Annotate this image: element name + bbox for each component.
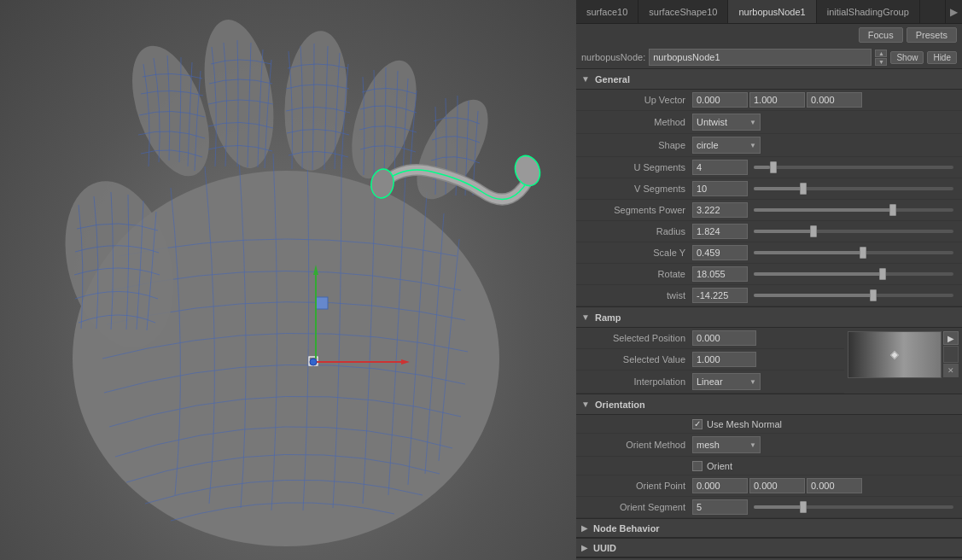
- rotate-input[interactable]: [692, 266, 748, 282]
- uuid-section: ▶ UUID: [576, 538, 962, 557]
- node-label: nurbopusNode:: [581, 52, 645, 62]
- ramp-clear-btn[interactable]: ✕: [943, 364, 959, 377]
- orient-point-z[interactable]: [807, 478, 862, 493]
- interpolation-value: Linear ▼: [692, 373, 839, 390]
- selected-position-row: Selected Position: [576, 328, 844, 349]
- use-mesh-normal-value: ✓ Use Mesh Normal: [692, 419, 957, 429]
- segments-power-value: [692, 202, 957, 218]
- orient-method-dropdown[interactable]: mesh ▼: [692, 436, 761, 453]
- node-prev-arrow[interactable]: ▲: [875, 50, 887, 57]
- interpolation-dropdown[interactable]: Linear ▼: [692, 373, 761, 390]
- tab-bar: surface10 surfaceShape10 nurbopusNode1 i…: [576, 0, 962, 24]
- method-row: Method Untwist ▼: [576, 111, 962, 134]
- focus-button[interactable]: Focus: [859, 27, 903, 43]
- selected-position-value: [692, 330, 839, 346]
- u-segments-row: U Segments: [576, 157, 962, 178]
- ramp-inner: Selected Position Selected Value: [576, 328, 962, 394]
- orient-segment-slider[interactable]: [754, 505, 953, 509]
- radius-slider[interactable]: [754, 230, 953, 233]
- general-section-header[interactable]: ▼ General: [576, 69, 962, 90]
- twist-input[interactable]: [692, 288, 748, 303]
- twist-row: twist: [576, 285, 962, 306]
- svg-point-7: [511, 152, 545, 189]
- tab-surface10[interactable]: surface10: [576, 0, 638, 23]
- up-vector-y[interactable]: [749, 92, 805, 108]
- uuid-header[interactable]: ▶ UUID: [576, 539, 962, 557]
- node-behavior-header[interactable]: ▶ Node Behavior: [576, 519, 962, 538]
- method-dropdown[interactable]: Untwist ▼: [692, 114, 761, 131]
- ramp-section-header[interactable]: ▼ Ramp: [576, 307, 962, 328]
- orient-segment-label: Orient Segment: [581, 502, 692, 512]
- selected-position-input[interactable]: [692, 330, 756, 346]
- up-vector-value: [692, 92, 957, 108]
- use-mesh-normal-row: ✓ Use Mesh Normal: [576, 415, 962, 434]
- scale-y-input[interactable]: [692, 245, 748, 260]
- interpolation-label: Interpolation: [581, 376, 692, 387]
- u-segments-value: [692, 160, 957, 175]
- u-segments-label: U Segments: [581, 162, 692, 172]
- ramp-widget-area: ▶ ✕: [844, 328, 962, 394]
- scale-y-slider[interactable]: [754, 251, 953, 254]
- selected-value-row: Selected Value: [576, 349, 844, 370]
- selected-value-value: [692, 352, 839, 367]
- orient-point-x[interactable]: [692, 478, 748, 493]
- orient-row: Orient: [576, 457, 962, 475]
- orientation-section-title: Orientation: [595, 400, 645, 410]
- node-next-arrow[interactable]: ▼: [875, 58, 887, 66]
- v-segments-slider[interactable]: [754, 187, 953, 190]
- rotate-slider[interactable]: [754, 272, 953, 276]
- show-button[interactable]: Show: [890, 51, 924, 64]
- twist-label: twist: [581, 290, 692, 300]
- up-vector-z[interactable]: [807, 92, 862, 108]
- tab-expand-button[interactable]: ▶: [945, 0, 962, 23]
- tab-initialshadinggroup[interactable]: initialShadingGroup: [817, 0, 920, 23]
- up-vector-x[interactable]: [692, 92, 748, 108]
- top-buttons-row: Focus Presets: [576, 24, 962, 46]
- shape-dropdown[interactable]: circle ▼: [692, 137, 761, 154]
- node-behavior-section: ▶ Node Behavior: [576, 518, 962, 538]
- orient-checkbox[interactable]: [692, 461, 703, 471]
- node-input[interactable]: [649, 49, 872, 66]
- orientation-section: ▼ Orientation ✓ Use Mesh Normal Orient M…: [576, 394, 962, 518]
- orient-segment-input[interactable]: [692, 499, 748, 515]
- v-segments-input[interactable]: [692, 181, 748, 196]
- u-segments-slider[interactable]: [754, 166, 953, 169]
- general-collapse-arrow: ▼: [581, 74, 590, 84]
- ramp-section-title: Ramp: [595, 312, 621, 323]
- 3d-viewport[interactable]: [0, 0, 576, 560]
- orientation-section-header[interactable]: ▼ Orientation: [576, 394, 962, 415]
- u-segments-input[interactable]: [692, 160, 748, 175]
- node-behavior-expand-arrow: ▶: [581, 523, 588, 533]
- radius-input[interactable]: [692, 224, 748, 239]
- interpolation-row: Interpolation Linear ▼: [576, 370, 844, 394]
- ramp-section: ▼ Ramp Selected Position Selected Value: [576, 306, 962, 394]
- segments-power-slider[interactable]: [754, 208, 953, 212]
- use-mesh-normal-checkbox[interactable]: ✓: [692, 419, 703, 429]
- orient-value: Orient: [692, 461, 957, 471]
- up-vector-label: Up Vector: [581, 95, 692, 105]
- twist-value: [692, 288, 957, 303]
- orient-point-row: Orient Point: [576, 475, 962, 497]
- ramp-left-fields: Selected Position Selected Value: [576, 328, 844, 394]
- tab-surfaceshape10[interactable]: surfaceShape10: [638, 0, 728, 23]
- shape-value: circle ▼: [692, 137, 957, 154]
- orient-point-value: [692, 478, 957, 493]
- twist-slider[interactable]: [754, 294, 953, 297]
- method-value: Untwist ▼: [692, 114, 957, 131]
- selected-value-input[interactable]: [692, 352, 756, 367]
- presets-button[interactable]: Presets: [907, 27, 957, 43]
- orient-segment-value: [692, 499, 957, 515]
- segments-power-row: Segments Power: [576, 200, 962, 221]
- orient-point-y[interactable]: [749, 478, 805, 493]
- ramp-next-btn[interactable]: ▶: [943, 331, 959, 345]
- orient-method-label: Orient Method: [581, 440, 692, 450]
- hide-button[interactable]: Hide: [927, 51, 957, 64]
- v-segments-label: V Segments: [581, 184, 692, 194]
- orient-method-row: Orient Method mesh ▼: [576, 434, 962, 457]
- tab-nurbopusnode1[interactable]: nurbopusNode1: [728, 0, 816, 23]
- panel-content: ▼ General Up Vector Method Untwist ▼: [576, 68, 962, 560]
- ramp-collapse-arrow: ▼: [581, 312, 590, 322]
- v-segments-value: [692, 181, 957, 196]
- general-section: ▼ General Up Vector Method Untwist ▼: [576, 68, 962, 306]
- segments-power-input[interactable]: [692, 202, 748, 218]
